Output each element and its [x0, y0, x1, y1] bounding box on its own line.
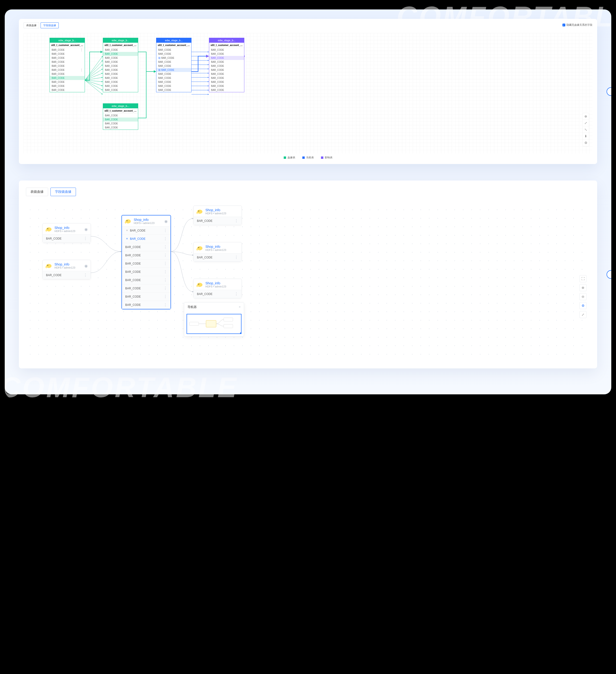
field-row-selected[interactable]: ⛓BAR_CODE	[156, 68, 191, 72]
field-row[interactable]: BAR_CODE	[103, 114, 138, 118]
resize-handle-icon[interactable]	[240, 333, 242, 334]
field-row[interactable]: BAR_CODE	[209, 52, 244, 56]
field-row[interactable]: BAR_CODE	[50, 64, 85, 68]
field-row[interactable]: BAR_CODE	[103, 84, 138, 88]
field-row[interactable]: BAR_CODE	[103, 60, 138, 64]
field-row[interactable]: BAR_CODE	[209, 72, 244, 76]
lineage-table-source-1[interactable]: edw_stage_b... s03_t_customer_account_in…	[49, 38, 85, 92]
lineage-table-source-2[interactable]: edw_stage_b... s03_t_customer_account_in…	[103, 38, 138, 92]
navigator-preview[interactable]	[186, 314, 242, 334]
field-row[interactable]: BAR_CODE	[50, 56, 85, 60]
field-row[interactable]: BAR_CODE	[103, 48, 138, 52]
lineage-card-source-1[interactable]: Shop_infoHDFS • admin123 ◉ BAR_CODE⋮	[42, 223, 91, 243]
field-row[interactable]: BAR_CODE	[209, 84, 244, 88]
more-icon[interactable]: ⋮	[84, 238, 87, 239]
field-row[interactable]: BAR_CODE	[156, 60, 191, 64]
more-icon[interactable]: ⋮	[163, 263, 167, 264]
fullscreen-icon[interactable]: ⤢	[580, 311, 587, 318]
field-row[interactable]: BAR_CODE	[103, 64, 138, 68]
field-row[interactable]: BAR_CODE	[209, 76, 244, 80]
field-row-selected[interactable]: ⪤BAR_CODE⋮	[122, 235, 170, 243]
more-icon[interactable]: ⋮	[163, 271, 167, 272]
eye-icon[interactable]: ◉	[85, 263, 88, 268]
field-row[interactable]: BAR_CODE	[103, 72, 138, 76]
lineage-card-target-3[interactable]: Shop_infoHDFS • admin123 BAR_CODE⋮	[193, 279, 242, 298]
zoom-in-icon[interactable]: ⊕	[580, 284, 587, 291]
more-icon[interactable]: ⋮	[84, 275, 87, 276]
new-lineage-canvas[interactable]: Shop_infoHDFS • admin123 ◉ BAR_CODE⋮ Sho…	[26, 206, 590, 357]
more-icon[interactable]: ⋮	[80, 70, 83, 71]
field-row[interactable]: BAR_CODE	[103, 88, 138, 92]
field-row[interactable]: BAR_CODE⋮	[122, 267, 170, 276]
field-row[interactable]: BAR_CODE	[209, 68, 244, 72]
more-icon[interactable]: ⋮	[163, 230, 167, 231]
lineage-table-impact[interactable]: edw_stage_b... s03_t_customer_account_in…	[209, 38, 244, 92]
field-row[interactable]: BAR_CODE	[103, 68, 138, 72]
more-icon[interactable]: ⋮	[80, 49, 83, 51]
field-row[interactable]: BAR_CODE⋮	[122, 251, 170, 259]
download-icon[interactable]: ⬇	[583, 133, 589, 139]
eye-icon[interactable]: ◉	[85, 227, 88, 231]
field-row[interactable]: BAR_CODE⋮	[122, 301, 170, 309]
eye-icon[interactable]: ◉	[164, 219, 168, 223]
more-icon[interactable]: ⋮	[163, 247, 167, 248]
lineage-card-target-1[interactable]: Shop_infoHDFS • admin123 BAR_CODE⋮	[193, 206, 242, 225]
field-row[interactable]: BAR_CODE	[209, 80, 244, 84]
field-row[interactable]: BAR_CODE	[209, 64, 244, 68]
field-row-selected[interactable]: BAR_CODE	[103, 118, 138, 122]
lineage-table-source-3[interactable]: edw_stage_b... s03_t_customer_account_in…	[103, 103, 138, 130]
navigator[interactable]: 导航器 »	[184, 302, 244, 337]
field-row[interactable]: BAR_CODE	[103, 122, 138, 126]
more-icon[interactable]: ⋮	[163, 238, 167, 239]
field-row[interactable]: BAR_CODE	[50, 72, 85, 76]
field-row[interactable]: BAR_CODE⋮	[194, 217, 242, 225]
field-row[interactable]: BAR_CODE	[50, 88, 85, 92]
field-row[interactable]: BAR_CODE	[156, 88, 191, 92]
field-row[interactable]: BAR_CODE⋮	[122, 276, 170, 284]
lineage-card-source-2[interactable]: Shop_infoHDFS • admin123 ◉ BAR_CODE⋮	[42, 260, 91, 279]
tab-field-lineage[interactable]: 字段级血缘	[40, 22, 59, 28]
zoom-in-icon[interactable]: ⤢	[583, 120, 589, 126]
field-row[interactable]: BAR_CODE	[50, 60, 85, 64]
field-row[interactable]: BAR_CODE	[156, 84, 191, 88]
field-row[interactable]: BAR_CODE⋮	[122, 259, 170, 267]
more-icon[interactable]: ⋮	[163, 288, 167, 289]
fit-view-icon[interactable]: ⛶	[580, 275, 587, 282]
hide-no-lineage-checkbox-row[interactable]: ✓ 隐藏无血缘关系的字段	[563, 23, 592, 27]
zoom-fit-icon[interactable]: ⊕	[583, 113, 589, 120]
field-row[interactable]: BAR_CODE	[156, 76, 191, 80]
field-row[interactable]: BAR_CODE	[156, 72, 191, 76]
zoom-out-icon[interactable]: ⊖	[580, 293, 587, 300]
field-row[interactable]: ⪤BAR_CODE⋮	[122, 226, 170, 235]
field-row[interactable]: BAR_CODE	[50, 80, 85, 84]
settings-icon[interactable]: ⚙	[583, 139, 589, 146]
field-row[interactable]: BAR_CODE	[209, 88, 244, 92]
field-row[interactable]: BAR_CODE⋮	[194, 253, 242, 261]
field-row[interactable]: BAR_CODE	[103, 80, 138, 84]
field-row[interactable]: ⛓BAR_CODE	[156, 56, 191, 60]
field-row[interactable]: BAR_CODE⋮	[50, 48, 85, 52]
field-row[interactable]: BAR_CODE	[156, 48, 191, 52]
field-row[interactable]: BAR_CODE	[103, 126, 138, 130]
field-row[interactable]: BAR_CODE⋮	[50, 68, 85, 72]
field-row-selected[interactable]: BAR_CODE	[103, 52, 138, 56]
tab-table-lineage[interactable]: 表级血缘	[24, 22, 39, 28]
field-row[interactable]: BAR_CODE⋮	[122, 284, 170, 293]
field-row[interactable]: BAR_CODE⋮	[194, 290, 242, 298]
lineage-table-current[interactable]: edw_stage_b... s03_t_customer_account_in…	[156, 38, 191, 92]
more-icon[interactable]: ⋮	[163, 255, 167, 256]
more-icon[interactable]: ⋮	[235, 294, 238, 295]
field-row[interactable]: BAR_CODE	[50, 52, 85, 56]
field-row[interactable]: BAR_CODE	[209, 48, 244, 52]
tab-table-lineage-new[interactable]: 表级血缘	[26, 188, 48, 196]
tab-field-lineage-new[interactable]: 字段级血缘	[50, 188, 76, 196]
field-row[interactable]: BAR_CODE⋮	[122, 293, 170, 301]
more-icon[interactable]: ⋮	[235, 220, 238, 222]
field-row-selected[interactable]: BAR_CODE	[50, 76, 85, 80]
field-row[interactable]: BAR_CODE⋮	[43, 271, 91, 279]
more-icon[interactable]: ⋮	[163, 296, 167, 297]
field-row[interactable]: BAR_CODE⋮	[43, 234, 91, 243]
old-lineage-canvas[interactable]: edw_stage_b... s03_t_customer_account_in…	[24, 33, 592, 153]
field-row[interactable]: BAR_CODE	[103, 56, 138, 60]
collapse-icon[interactable]: »	[239, 305, 241, 309]
